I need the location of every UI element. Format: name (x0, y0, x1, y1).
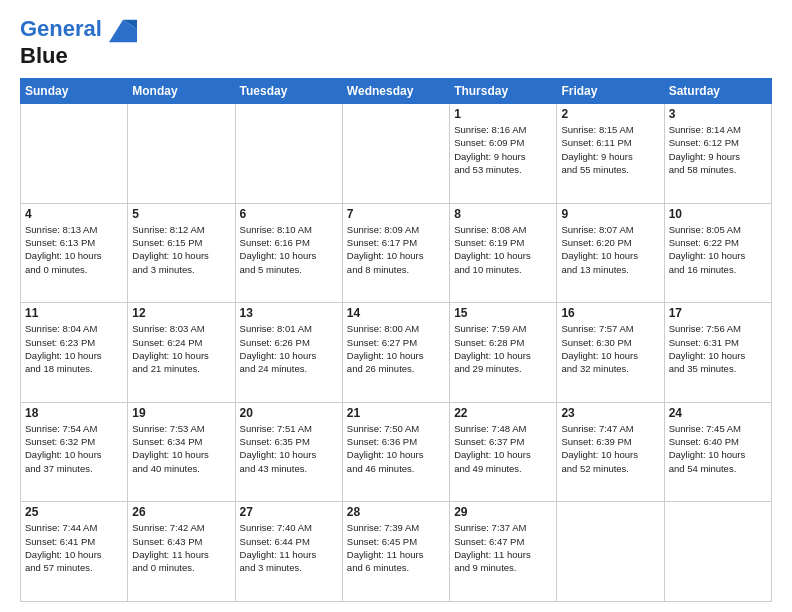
day-number: 2 (561, 107, 659, 121)
calendar-cell: 7Sunrise: 8:09 AM Sunset: 6:17 PM Daylig… (342, 203, 449, 303)
calendar-cell: 15Sunrise: 7:59 AM Sunset: 6:28 PM Dayli… (450, 303, 557, 403)
calendar-week-row: 4Sunrise: 8:13 AM Sunset: 6:13 PM Daylig… (21, 203, 772, 303)
calendar-cell (342, 104, 449, 204)
day-info: Sunrise: 7:53 AM Sunset: 6:34 PM Dayligh… (132, 422, 230, 475)
calendar-cell: 29Sunrise: 7:37 AM Sunset: 6:47 PM Dayli… (450, 502, 557, 602)
calendar-cell: 25Sunrise: 7:44 AM Sunset: 6:41 PM Dayli… (21, 502, 128, 602)
day-info: Sunrise: 7:45 AM Sunset: 6:40 PM Dayligh… (669, 422, 767, 475)
day-number: 20 (240, 406, 338, 420)
day-number: 15 (454, 306, 552, 320)
weekday-header-thursday: Thursday (450, 79, 557, 104)
calendar-cell: 20Sunrise: 7:51 AM Sunset: 6:35 PM Dayli… (235, 402, 342, 502)
day-number: 19 (132, 406, 230, 420)
day-number: 24 (669, 406, 767, 420)
calendar-week-row: 1Sunrise: 8:16 AM Sunset: 6:09 PM Daylig… (21, 104, 772, 204)
weekday-header-tuesday: Tuesday (235, 79, 342, 104)
page-header: General Blue (20, 16, 772, 68)
day-info: Sunrise: 8:12 AM Sunset: 6:15 PM Dayligh… (132, 223, 230, 276)
day-info: Sunrise: 7:40 AM Sunset: 6:44 PM Dayligh… (240, 521, 338, 574)
day-info: Sunrise: 8:01 AM Sunset: 6:26 PM Dayligh… (240, 322, 338, 375)
day-number: 13 (240, 306, 338, 320)
calendar-cell: 10Sunrise: 8:05 AM Sunset: 6:22 PM Dayli… (664, 203, 771, 303)
calendar-cell: 28Sunrise: 7:39 AM Sunset: 6:45 PM Dayli… (342, 502, 449, 602)
calendar-cell: 22Sunrise: 7:48 AM Sunset: 6:37 PM Dayli… (450, 402, 557, 502)
calendar-cell: 18Sunrise: 7:54 AM Sunset: 6:32 PM Dayli… (21, 402, 128, 502)
day-number: 26 (132, 505, 230, 519)
day-number: 6 (240, 207, 338, 221)
day-info: Sunrise: 8:09 AM Sunset: 6:17 PM Dayligh… (347, 223, 445, 276)
day-info: Sunrise: 7:48 AM Sunset: 6:37 PM Dayligh… (454, 422, 552, 475)
calendar-cell: 5Sunrise: 8:12 AM Sunset: 6:15 PM Daylig… (128, 203, 235, 303)
calendar-cell (235, 104, 342, 204)
day-number: 16 (561, 306, 659, 320)
weekday-header-monday: Monday (128, 79, 235, 104)
day-info: Sunrise: 7:51 AM Sunset: 6:35 PM Dayligh… (240, 422, 338, 475)
day-number: 10 (669, 207, 767, 221)
calendar-cell: 4Sunrise: 8:13 AM Sunset: 6:13 PM Daylig… (21, 203, 128, 303)
calendar-cell (21, 104, 128, 204)
day-info: Sunrise: 7:37 AM Sunset: 6:47 PM Dayligh… (454, 521, 552, 574)
calendar-cell: 27Sunrise: 7:40 AM Sunset: 6:44 PM Dayli… (235, 502, 342, 602)
day-info: Sunrise: 8:16 AM Sunset: 6:09 PM Dayligh… (454, 123, 552, 176)
day-info: Sunrise: 8:04 AM Sunset: 6:23 PM Dayligh… (25, 322, 123, 375)
calendar-cell: 26Sunrise: 7:42 AM Sunset: 6:43 PM Dayli… (128, 502, 235, 602)
calendar-cell: 1Sunrise: 8:16 AM Sunset: 6:09 PM Daylig… (450, 104, 557, 204)
calendar-cell: 11Sunrise: 8:04 AM Sunset: 6:23 PM Dayli… (21, 303, 128, 403)
calendar-cell: 14Sunrise: 8:00 AM Sunset: 6:27 PM Dayli… (342, 303, 449, 403)
day-number: 28 (347, 505, 445, 519)
day-number: 11 (25, 306, 123, 320)
day-info: Sunrise: 7:59 AM Sunset: 6:28 PM Dayligh… (454, 322, 552, 375)
day-number: 12 (132, 306, 230, 320)
calendar-cell (128, 104, 235, 204)
calendar-cell: 19Sunrise: 7:53 AM Sunset: 6:34 PM Dayli… (128, 402, 235, 502)
calendar-cell: 16Sunrise: 7:57 AM Sunset: 6:30 PM Dayli… (557, 303, 664, 403)
calendar-cell: 6Sunrise: 8:10 AM Sunset: 6:16 PM Daylig… (235, 203, 342, 303)
day-info: Sunrise: 8:15 AM Sunset: 6:11 PM Dayligh… (561, 123, 659, 176)
day-number: 8 (454, 207, 552, 221)
day-number: 9 (561, 207, 659, 221)
logo: General Blue (20, 16, 137, 68)
calendar-cell (557, 502, 664, 602)
calendar-cell: 2Sunrise: 8:15 AM Sunset: 6:11 PM Daylig… (557, 104, 664, 204)
calendar-cell: 21Sunrise: 7:50 AM Sunset: 6:36 PM Dayli… (342, 402, 449, 502)
calendar-cell: 13Sunrise: 8:01 AM Sunset: 6:26 PM Dayli… (235, 303, 342, 403)
calendar-cell: 3Sunrise: 8:14 AM Sunset: 6:12 PM Daylig… (664, 104, 771, 204)
day-number: 21 (347, 406, 445, 420)
calendar-cell: 23Sunrise: 7:47 AM Sunset: 6:39 PM Dayli… (557, 402, 664, 502)
day-info: Sunrise: 8:05 AM Sunset: 6:22 PM Dayligh… (669, 223, 767, 276)
logo-text: General (20, 16, 137, 44)
day-info: Sunrise: 7:42 AM Sunset: 6:43 PM Dayligh… (132, 521, 230, 574)
day-number: 23 (561, 406, 659, 420)
calendar-cell: 12Sunrise: 8:03 AM Sunset: 6:24 PM Dayli… (128, 303, 235, 403)
calendar-week-row: 25Sunrise: 7:44 AM Sunset: 6:41 PM Dayli… (21, 502, 772, 602)
day-info: Sunrise: 7:54 AM Sunset: 6:32 PM Dayligh… (25, 422, 123, 475)
day-info: Sunrise: 8:10 AM Sunset: 6:16 PM Dayligh… (240, 223, 338, 276)
weekday-header-sunday: Sunday (21, 79, 128, 104)
day-info: Sunrise: 7:57 AM Sunset: 6:30 PM Dayligh… (561, 322, 659, 375)
logo-blue: Blue (20, 44, 137, 68)
day-info: Sunrise: 7:47 AM Sunset: 6:39 PM Dayligh… (561, 422, 659, 475)
calendar-cell: 9Sunrise: 8:07 AM Sunset: 6:20 PM Daylig… (557, 203, 664, 303)
day-number: 18 (25, 406, 123, 420)
weekday-header-wednesday: Wednesday (342, 79, 449, 104)
day-number: 1 (454, 107, 552, 121)
calendar-cell: 17Sunrise: 7:56 AM Sunset: 6:31 PM Dayli… (664, 303, 771, 403)
logo-general: General (20, 16, 102, 41)
day-info: Sunrise: 8:07 AM Sunset: 6:20 PM Dayligh… (561, 223, 659, 276)
day-number: 25 (25, 505, 123, 519)
day-info: Sunrise: 8:08 AM Sunset: 6:19 PM Dayligh… (454, 223, 552, 276)
weekday-header-saturday: Saturday (664, 79, 771, 104)
day-number: 3 (669, 107, 767, 121)
day-info: Sunrise: 7:39 AM Sunset: 6:45 PM Dayligh… (347, 521, 445, 574)
day-info: Sunrise: 7:56 AM Sunset: 6:31 PM Dayligh… (669, 322, 767, 375)
calendar-cell: 8Sunrise: 8:08 AM Sunset: 6:19 PM Daylig… (450, 203, 557, 303)
day-number: 7 (347, 207, 445, 221)
calendar-week-row: 11Sunrise: 8:04 AM Sunset: 6:23 PM Dayli… (21, 303, 772, 403)
day-number: 17 (669, 306, 767, 320)
day-number: 27 (240, 505, 338, 519)
calendar-table: SundayMondayTuesdayWednesdayThursdayFrid… (20, 78, 772, 602)
day-info: Sunrise: 7:50 AM Sunset: 6:36 PM Dayligh… (347, 422, 445, 475)
day-number: 29 (454, 505, 552, 519)
calendar-cell: 24Sunrise: 7:45 AM Sunset: 6:40 PM Dayli… (664, 402, 771, 502)
day-info: Sunrise: 8:00 AM Sunset: 6:27 PM Dayligh… (347, 322, 445, 375)
